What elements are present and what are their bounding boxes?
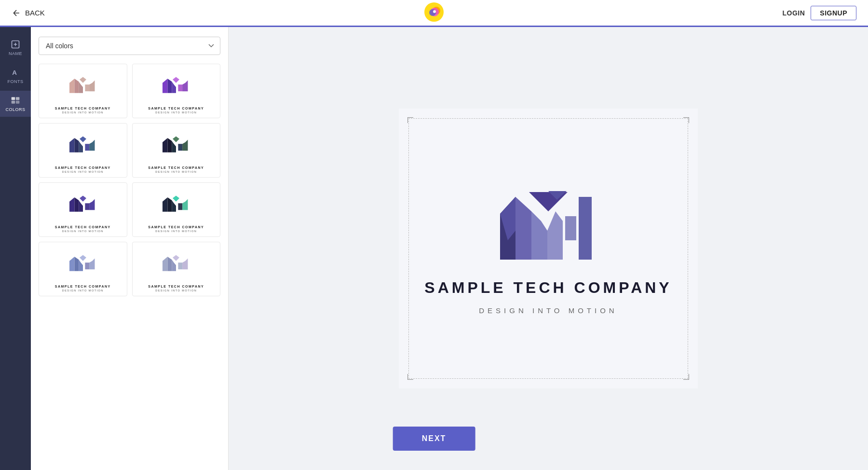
preview-logo-container: SAMPLE TECH COMPANY DESIGN INTO MOTION (424, 182, 672, 315)
logo-preview-1 (66, 75, 100, 99)
svg-marker-19 (172, 82, 176, 93)
color-filter-select[interactable]: All colors Blue Purple Green Red Monochr… (39, 37, 220, 55)
corner-tr (684, 117, 689, 122)
logo-card-5-name: SAMPLE TECH COMPANY (55, 225, 111, 229)
logo-card-2[interactable]: SAMPLE TECH COMPANY DESIGN INTO MOTION (132, 64, 221, 118)
preview-canvas: SAMPLE TECH COMPANY DESIGN INTO MOTION (399, 109, 698, 388)
svg-marker-31 (172, 141, 176, 152)
logo-color-grid: SAMPLE TECH COMPANY DESIGN INTO MOTION S… (39, 64, 220, 296)
logo-preview-4 (159, 134, 193, 158)
logo-card-3[interactable]: SAMPLE TECH COMPANY DESIGN INTO MOTION (39, 123, 127, 178)
next-button[interactable]: NEXT (393, 427, 475, 451)
corner-br (684, 375, 689, 380)
svg-marker-51 (89, 258, 95, 269)
svg-marker-36 (74, 197, 79, 212)
svg-marker-37 (79, 200, 83, 212)
svg-marker-47 (69, 257, 75, 271)
svg-marker-22 (173, 77, 179, 83)
logo-preview-2 (159, 75, 193, 99)
corner-tl (407, 117, 412, 122)
logo-card-2-name: SAMPLE TECH COMPANY (148, 107, 204, 110)
back-arrow-icon (12, 8, 21, 18)
logo-card-5-tagline: DESIGN INTO MOTION (62, 230, 104, 233)
next-button-container: NEXT (393, 427, 475, 451)
sidebar-item-name[interactable]: NAME (0, 35, 31, 61)
svg-marker-24 (74, 138, 79, 152)
svg-marker-48 (74, 257, 79, 271)
svg-marker-58 (173, 255, 179, 261)
logo-preview-5 (66, 194, 100, 218)
logo-card-6[interactable]: SAMPLE TECH COMPANY DESIGN INTO MOTION (132, 182, 221, 237)
svg-marker-21 (182, 80, 188, 91)
logo-card-5[interactable]: SAMPLE TECH COMPANY DESIGN INTO MOTION (39, 182, 127, 237)
app-logo (424, 2, 444, 24)
svg-marker-39 (89, 199, 95, 210)
logo-card-6-tagline: DESIGN INTO MOTION (155, 230, 197, 233)
font-icon: A (11, 68, 20, 77)
svg-marker-38 (85, 203, 89, 210)
logo-card-4[interactable]: SAMPLE TECH COMPANY DESIGN INTO MOTION (132, 123, 221, 178)
back-label: BACK (25, 9, 45, 17)
svg-marker-52 (80, 255, 86, 261)
logo-card-1[interactable]: SAMPLE TECH COMPANY DESIGN INTO MOTION (39, 64, 127, 118)
svg-marker-65 (565, 216, 576, 240)
svg-point-4 (433, 10, 436, 13)
svg-marker-61 (515, 197, 531, 260)
svg-marker-35 (69, 197, 75, 212)
svg-marker-43 (172, 200, 176, 212)
sidebar: NAME A FONTS COLORS (0, 27, 31, 470)
logo-card-1-name: SAMPLE TECH COMPANY (55, 107, 111, 110)
svg-marker-14 (85, 84, 89, 91)
svg-rect-8 (16, 97, 20, 100)
back-button[interactable]: BACK (12, 8, 45, 18)
sidebar-fonts-label: FONTS (8, 79, 24, 84)
preview-tagline: DESIGN INTO MOTION (479, 306, 617, 315)
svg-marker-30 (168, 138, 172, 152)
svg-marker-28 (80, 136, 86, 142)
color-panel: All colors Blue Purple Green Red Monochr… (31, 27, 229, 470)
svg-marker-42 (168, 197, 172, 212)
signup-button[interactable]: SIGNUP (811, 6, 856, 20)
svg-marker-54 (168, 257, 172, 271)
sidebar-name-label: NAME (9, 51, 22, 56)
logo-preview-8 (159, 253, 193, 277)
main-layout: NAME A FONTS COLORS All colors Blue Purp… (0, 27, 868, 470)
svg-marker-49 (79, 260, 83, 271)
svg-marker-20 (178, 84, 183, 91)
logo-card-8[interactable]: SAMPLE TECH COMPANY DESIGN INTO MOTION (132, 242, 221, 296)
logo-card-1-tagline: DESIGN INTO MOTION (62, 111, 104, 114)
logo-card-2-tagline: DESIGN INTO MOTION (155, 111, 197, 114)
svg-marker-53 (163, 257, 168, 271)
svg-marker-66 (579, 197, 592, 260)
logo-card-7[interactable]: SAMPLE TECH COMPANY DESIGN INTO MOTION (39, 242, 127, 296)
preview-logo-svg (495, 182, 601, 269)
svg-marker-50 (85, 263, 89, 269)
user-icon (11, 40, 20, 49)
svg-marker-33 (182, 139, 188, 151)
svg-marker-26 (85, 144, 89, 151)
svg-marker-44 (178, 203, 183, 210)
login-button[interactable]: LOGIN (782, 9, 805, 17)
svg-marker-57 (182, 258, 188, 269)
logo-preview-3 (66, 134, 100, 158)
svg-marker-46 (173, 195, 179, 201)
svg-marker-11 (69, 79, 75, 93)
corner-bl (407, 375, 412, 380)
svg-marker-17 (163, 79, 168, 93)
svg-marker-12 (74, 79, 79, 93)
svg-marker-27 (89, 139, 95, 151)
logo-preview-7 (66, 253, 100, 277)
svg-marker-41 (163, 197, 168, 212)
logo-card-8-tagline: DESIGN INTO MOTION (155, 289, 197, 292)
svg-marker-13 (79, 82, 83, 93)
svg-marker-25 (79, 141, 83, 152)
logo-preview-6 (159, 194, 193, 218)
svg-marker-29 (163, 138, 168, 152)
svg-text:A: A (12, 69, 17, 76)
sidebar-item-colors[interactable]: COLORS (0, 91, 31, 117)
logo-card-7-name: SAMPLE TECH COMPANY (55, 285, 111, 288)
logo-card-8-name: SAMPLE TECH COMPANY (148, 285, 204, 288)
svg-marker-18 (168, 79, 172, 93)
svg-marker-32 (178, 144, 183, 151)
sidebar-item-fonts[interactable]: A FONTS (0, 63, 31, 89)
